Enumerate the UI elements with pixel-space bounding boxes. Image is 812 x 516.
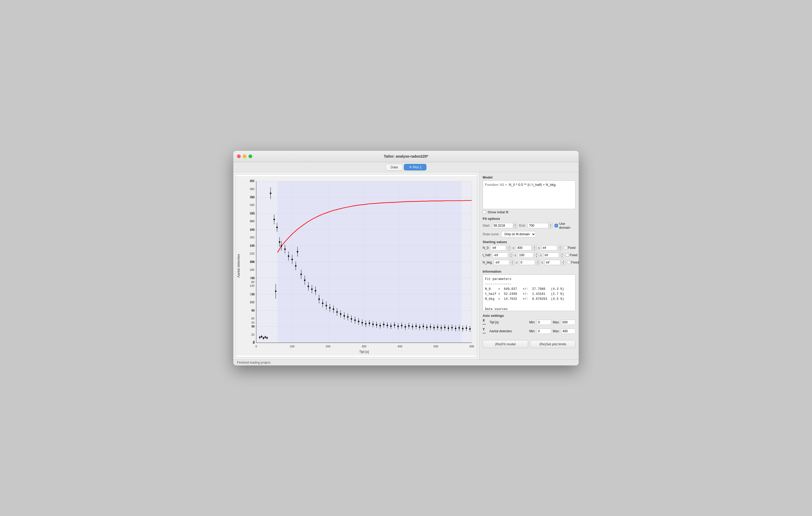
model-label: Model bbox=[483, 175, 576, 179]
tab-bar: Data ✕ Plot 1 bbox=[233, 162, 579, 172]
thalf-max-up[interactable]: ▲ bbox=[560, 252, 564, 255]
traffic-lights bbox=[237, 154, 252, 158]
param-name-n0: N_0: bbox=[483, 246, 489, 250]
starting-values-section: Starting values N_0: ▲ ▼ ≤ ▲ ▼ bbox=[483, 240, 576, 267]
svg-text:320: 320 bbox=[250, 211, 255, 214]
main-content: 0 20 40 60 80 100 120 140 160 180 0 bbox=[233, 172, 579, 359]
n0-max-up[interactable]: ▲ bbox=[558, 245, 562, 248]
svg-text:260: 260 bbox=[250, 236, 255, 239]
tab-plot1[interactable]: ✕ Plot 1 bbox=[404, 164, 427, 171]
svg-text:200: 200 bbox=[326, 344, 330, 348]
thalf-fixed-label: Fixed bbox=[570, 253, 577, 257]
y-axis-name: Aantal detecties bbox=[489, 329, 528, 333]
n0-min-up[interactable]: ▲ bbox=[507, 245, 511, 248]
end-down-arrow[interactable]: ▼ bbox=[549, 225, 552, 229]
thalf-min-down[interactable]: ▼ bbox=[509, 255, 513, 258]
nbkg-fixed-checkbox[interactable] bbox=[567, 261, 570, 264]
nbkg-max-up[interactable]: ▲ bbox=[561, 260, 565, 263]
param-min-thalf[interactable] bbox=[492, 252, 508, 258]
param-val-n0[interactable] bbox=[516, 245, 531, 250]
n0-max-down[interactable]: ▼ bbox=[558, 248, 562, 251]
thalf-min-up[interactable]: ▲ bbox=[509, 252, 513, 255]
start-label: Start: bbox=[483, 224, 490, 227]
maximize-button[interactable] bbox=[249, 154, 252, 158]
close-button[interactable] bbox=[237, 154, 241, 158]
use-domain-check: ✓ Use domain bbox=[555, 222, 576, 230]
start-input[interactable] bbox=[492, 223, 513, 228]
end-input[interactable] bbox=[528, 223, 549, 228]
x-max-input[interactable] bbox=[561, 320, 576, 325]
param-min-nbkg[interactable] bbox=[494, 260, 509, 265]
svg-text:340: 340 bbox=[250, 203, 255, 207]
bottom-buttons: (Re)Fit model (Re)Set plot limits bbox=[483, 340, 576, 348]
draw-curve-select[interactable]: Only on fit domain Everywhere bbox=[501, 231, 536, 237]
svg-text:280: 280 bbox=[250, 228, 255, 231]
y-axis-symbol: Y — bbox=[483, 328, 488, 335]
thalf-val-down[interactable]: ▼ bbox=[534, 255, 539, 258]
nbkg-min-stepper: ▲ ▼ bbox=[511, 260, 514, 265]
n0-max-stepper: ▲ ▼ bbox=[558, 245, 562, 251]
use-domain-label: Use domain bbox=[559, 222, 576, 230]
thalf-fixed-checkbox[interactable] bbox=[566, 253, 569, 257]
show-initial-checkbox[interactable] bbox=[483, 210, 486, 214]
y-min-input[interactable] bbox=[537, 329, 551, 334]
fit-options-section: Fit options Start: ▲ ▼ End: ▲ bbox=[483, 217, 576, 237]
draw-curve-row: Draw curve: Only on fit domain Everywher… bbox=[483, 231, 576, 237]
fit-options-label: Fit options bbox=[483, 217, 576, 221]
svg-text:80: 80 bbox=[252, 308, 255, 311]
svg-text:180: 180 bbox=[250, 268, 255, 271]
x-min-input[interactable] bbox=[537, 320, 551, 325]
y-max-input[interactable] bbox=[561, 329, 576, 334]
n0-fixed-label: Fixed bbox=[568, 246, 576, 250]
param-min-n0[interactable] bbox=[490, 245, 506, 250]
nbkg-min-up[interactable]: ▲ bbox=[511, 260, 514, 263]
start-down-arrow[interactable]: ▼ bbox=[513, 225, 517, 229]
use-domain-checkbox[interactable]: ✓ bbox=[555, 224, 558, 227]
svg-text:100: 100 bbox=[290, 344, 295, 348]
tab-data[interactable]: Data bbox=[385, 164, 403, 171]
nbkg-val-up[interactable]: ▲ bbox=[536, 260, 540, 263]
main-window: Tailor: analyse-radon220* Data ✕ Plot 1 bbox=[233, 151, 579, 365]
svg-text:380: 380 bbox=[250, 187, 255, 190]
svg-text:240: 240 bbox=[250, 244, 255, 247]
thalf-val-up[interactable]: ▲ bbox=[534, 252, 539, 255]
refit-button[interactable]: (Re)Fit model bbox=[483, 340, 528, 348]
param-max-thalf[interactable] bbox=[543, 252, 559, 258]
nbkg-max-down[interactable]: ▼ bbox=[561, 263, 565, 265]
svg-text:Aantal detecties: Aantal detecties bbox=[236, 254, 240, 278]
nbkg-val-down[interactable]: ▼ bbox=[536, 263, 540, 265]
svg-text:80: 80 bbox=[252, 280, 255, 283]
param-val-thalf[interactable] bbox=[518, 252, 533, 258]
nbkg-max-stepper: ▲ ▼ bbox=[561, 260, 565, 265]
show-initial-label: Show initial fit bbox=[488, 210, 508, 214]
reset-plot-button[interactable]: (Re)Set plot limits bbox=[530, 340, 576, 348]
minimize-button[interactable] bbox=[243, 154, 246, 158]
nbkg-min-down[interactable]: ▼ bbox=[511, 263, 514, 265]
n0-val-up[interactable]: ▲ bbox=[532, 245, 536, 248]
start-up-arrow[interactable]: ▲ bbox=[513, 223, 517, 225]
end-up-arrow[interactable]: ▲ bbox=[549, 223, 552, 225]
title-bar: Tailor: analyse-radon220* bbox=[233, 151, 579, 162]
svg-text:100: 100 bbox=[250, 301, 255, 304]
n0-val-down[interactable]: ▼ bbox=[532, 248, 536, 251]
function-row: Function: N1 = N_0 * 0.5 ** (t / t_half)… bbox=[485, 183, 573, 187]
svg-text:360: 360 bbox=[250, 195, 255, 199]
svg-text:300: 300 bbox=[250, 219, 255, 223]
svg-text:120: 120 bbox=[250, 292, 255, 295]
info-section: Information Fit parameters -------------… bbox=[483, 270, 576, 311]
svg-text:0: 0 bbox=[255, 344, 257, 348]
param-name-nbkg: N_bkg: bbox=[483, 261, 493, 264]
svg-text:40: 40 bbox=[252, 325, 255, 328]
param-val-nbkg[interactable] bbox=[519, 260, 535, 265]
param-max-n0[interactable] bbox=[542, 245, 557, 250]
thalf-max-down[interactable]: ▼ bbox=[560, 255, 564, 258]
end-stepper: ▲ ▼ bbox=[549, 223, 552, 229]
leq-1-nbkg: ≤ bbox=[515, 261, 518, 264]
svg-text:220: 220 bbox=[250, 252, 255, 255]
param-name-thalf: t_half: bbox=[483, 253, 491, 257]
param-max-nbkg[interactable] bbox=[545, 260, 560, 265]
n0-fixed-checkbox[interactable] bbox=[564, 246, 567, 249]
n0-min-down[interactable]: ▼ bbox=[507, 248, 511, 251]
draw-curve-label: Draw curve: bbox=[483, 232, 499, 236]
x-axis-symbol: X — bbox=[483, 318, 488, 326]
